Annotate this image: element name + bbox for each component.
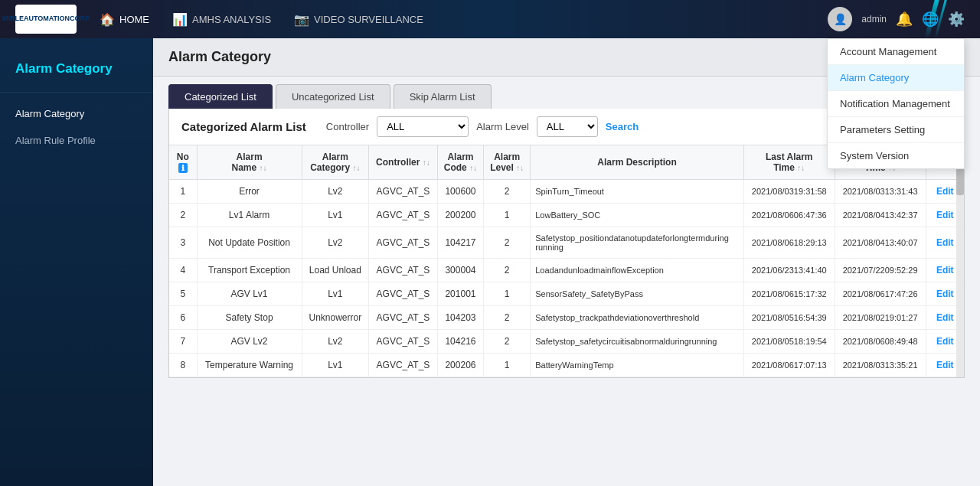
cell-alarm-code: 300004 [437,259,483,282]
logo-text: MIRLE [2,15,24,23]
dropdown-item-alarm-category[interactable]: Alarm Category [828,65,964,91]
nav-amhs-label: AMHS ANALYSIS [192,14,271,25]
cell-alarm-level: 2 [484,330,531,354]
cell-last-alarm-time: 2021/08/0615:17:32 [743,282,835,306]
table-row: 1 Error Lv2 AGVC_AT_S 100600 2 SpinTurn_… [169,180,964,204]
cell-alarm-name: Transport Exception [197,259,302,282]
cell-alarm-code: 200206 [437,354,483,377]
dropdown-item-notification-management[interactable]: Notification Management [828,91,964,117]
cell-alarm-description: LoadandunloadmainflowException [531,259,744,282]
edit-button[interactable]: Edit [936,312,954,323]
tab-skip[interactable]: Skip Alarm List [394,84,492,109]
dropdown-item-system-version[interactable]: System Version [828,143,964,168]
cell-controller: AGVC_AT_S [369,306,438,330]
search-button[interactable]: Search [606,121,639,132]
cell-last-edit-time: 2021/08/0617:47:26 [835,282,926,306]
cell-alarm-category: Lv2 [302,330,369,354]
edit-button[interactable]: Edit [936,237,954,248]
cell-last-edit-time: 2021/08/0313:31:43 [835,180,926,204]
cell-alarm-level: 1 [484,354,531,377]
cell-alarm-name: Safety Stop [197,306,302,330]
tab-categorized[interactable]: Categorized List [168,84,273,109]
alarm-level-select[interactable]: ALL 1 2 [537,116,598,137]
cell-alarm-code: 104203 [437,306,483,330]
cell-last-alarm-time: 2021/08/0319:31:58 [743,180,835,204]
col-alarm-category: AlarmCategory ↑↓ [302,145,369,180]
cell-last-edit-time: 2021/08/0219:01:27 [835,306,926,330]
cell-last-edit-time: 2021/07/2209:52:29 [835,259,926,282]
controller-select[interactable]: ALL AGVC_AT_S [377,116,469,137]
cell-alarm-description: SensorSafety_SafetyByPass [531,282,744,306]
sidebar: Alarm Category Alarm Category Alarm Rule… [0,38,153,486]
admin-label: admin [861,14,887,24]
cell-no: 6 [169,306,197,330]
cell-last-edit-time: 2021/08/0413:42:37 [835,204,926,227]
cell-alarm-name: Lv1 Alarm [197,204,302,227]
cell-last-alarm-time: 2021/08/0518:19:54 [743,330,835,354]
table-row: 8 Temperature Warning Lv1 AGVC_AT_S 2002… [169,354,964,377]
table-row: 6 Safety Stop Unknowerror AGVC_AT_S 1042… [169,306,964,330]
cell-last-alarm-time: 2021/08/0606:47:36 [743,204,835,227]
dropdown-item-parameters-setting[interactable]: Parameters Setting [828,117,964,143]
cell-last-edit-time: 2021/08/0413:40:07 [835,227,926,259]
gear-icon[interactable]: ⚙️ [948,11,965,28]
cell-alarm-code: 201001 [437,282,483,306]
cell-controller: AGVC_AT_S [369,227,438,259]
cell-alarm-code: 100600 [437,180,483,204]
list-title: Categorized Alarm List [181,120,306,133]
cell-no: 4 [169,259,197,282]
cell-no: 5 [169,282,197,306]
cell-no: 8 [169,354,197,377]
nav-video[interactable]: 📷 VIDEO SURVEILLANCE [294,12,423,27]
cell-alarm-category: Lv1 [302,282,369,306]
scrollbar-track[interactable] [956,145,964,377]
edit-button[interactable]: Edit [936,360,954,370]
alarm-level-label: Alarm Level [476,121,529,132]
logo-sub2: CORP [70,15,90,23]
dropdown-menu: Account Management Alarm Category Notifi… [827,38,965,169]
logo-sub1: AUTOMATION [24,15,70,23]
top-right-controls: 👤 admin 🔔 🌐 ⚙️ [828,7,965,31]
tab-uncategorized[interactable]: Uncategorized List [276,84,390,109]
home-icon: 🏠 [100,12,115,27]
table-row: 2 Lv1 Alarm Lv1 AGVC_AT_S 200200 1 LowBa… [169,204,964,227]
cell-alarm-category: Lv1 [302,204,369,227]
sidebar-item-alarm-rule-profile[interactable]: Alarm Rule Profile [0,127,153,154]
nav-home[interactable]: 🏠 HOME [100,12,149,27]
edit-button[interactable]: Edit [936,265,954,276]
table-row: 5 AGV Lv1 Lv1 AGVC_AT_S 201001 1 SensorS… [169,282,964,306]
cell-alarm-level: 2 [484,259,531,282]
cell-alarm-category: Unknowerror [302,306,369,330]
edit-button[interactable]: Edit [936,289,954,299]
nav-home-label: HOME [119,14,149,25]
sidebar-alarm-rule-label: Alarm Rule Profile [15,135,96,146]
data-table: Noℹ AlarmName ↑↓ AlarmCategory ↑↓ Contro… [169,145,964,377]
cell-last-alarm-time: 2021/08/0516:54:39 [743,306,835,330]
col-alarm-name: AlarmName ↑↓ [197,145,302,180]
table-row: 3 Not Update Position Lv2 AGVC_AT_S 1042… [169,227,964,259]
cell-last-alarm-time: 2021/08/0617:07:13 [743,354,835,377]
sidebar-item-alarm-category[interactable]: Alarm Category [0,100,153,127]
edit-button[interactable]: Edit [936,186,954,197]
top-navigation: MIRLE AUTOMATION CORP 🏠 HOME 📊 AMHS ANAL… [0,0,980,38]
table-row: 7 AGV Lv2 Lv2 AGVC_AT_S 104216 2 Safetys… [169,330,964,354]
cell-controller: AGVC_AT_S [369,354,438,377]
cell-controller: AGVC_AT_S [369,330,438,354]
cell-no: 1 [169,180,197,204]
video-icon: 📷 [294,12,309,27]
cell-alarm-name: Temperature Warning [197,354,302,377]
cell-alarm-name: AGV Lv2 [197,330,302,354]
cell-alarm-level: 2 [484,306,531,330]
cell-no: 7 [169,330,197,354]
dropdown-item-account-management[interactable]: Account Management [828,39,964,65]
cell-alarm-code: 104216 [437,330,483,354]
cell-alarm-name: Error [197,180,302,204]
cell-alarm-description: SpinTurn_Timeout [531,180,744,204]
table-body: 1 Error Lv2 AGVC_AT_S 100600 2 SpinTurn_… [169,180,964,377]
cell-controller: AGVC_AT_S [369,204,438,227]
bell-icon[interactable]: 🔔 [896,11,913,28]
edit-button[interactable]: Edit [936,210,954,220]
edit-button[interactable]: Edit [936,336,954,347]
nav-amhs[interactable]: 📊 AMHS ANALYSIS [172,12,271,27]
cell-controller: AGVC_AT_S [369,259,438,282]
